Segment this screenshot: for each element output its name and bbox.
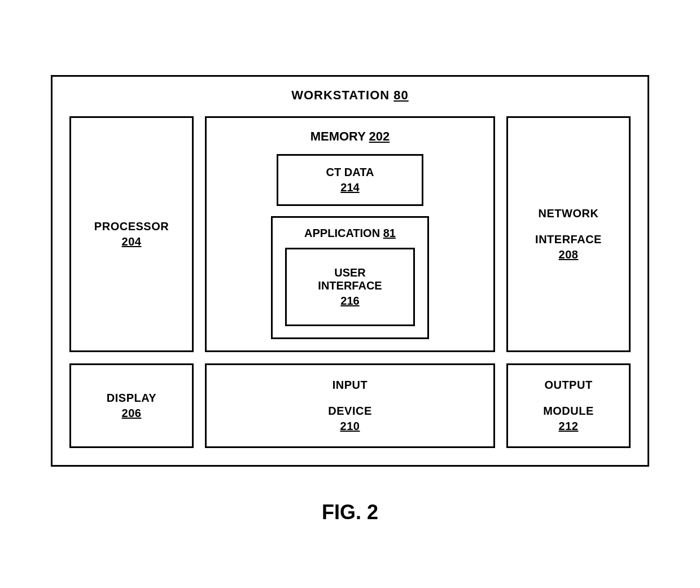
user-interface-box: USER INTERFACE 216 [285, 248, 415, 326]
processor-ref: 204 [122, 235, 142, 248]
network-line2: INTERFACE [535, 233, 602, 246]
output-module-box: OUTPUT MODULE 212 [506, 363, 631, 448]
workstation-box: WORKSTATION 80 PROCESSOR 204 MEMORY 202 … [51, 75, 649, 467]
input-ref: 210 [340, 420, 360, 433]
output-line1: OUTPUT [544, 379, 592, 392]
ct-data-label: CT DATA [326, 166, 374, 178]
output-ref: 212 [559, 420, 579, 433]
ct-data-box: CT DATA 214 [277, 154, 423, 206]
display-ref: 206 [122, 407, 142, 420]
application-title: APPLICATION [304, 227, 380, 239]
memory-box: MEMORY 202 CT DATA 214 APPLICATION 81 [205, 116, 495, 352]
application-box: APPLICATION 81 USER INTERFACE 216 [271, 216, 429, 339]
input-line2: DEVICE [328, 405, 371, 418]
memory-title: MEMORY [310, 129, 366, 143]
workstation-label: WORKSTATION 80 [69, 88, 631, 103]
network-interface-box: NETWORK INTERFACE 208 [506, 116, 631, 352]
display-box: DISPLAY 206 [69, 363, 194, 448]
bottom-row: DISPLAY 206 INPUT DEVICE 210 OUTPUT MODU… [69, 363, 631, 448]
figure-caption: FIG. 2 [322, 501, 378, 524]
network-ref: 208 [559, 248, 579, 261]
application-label: APPLICATION 81 [304, 227, 396, 240]
top-row: PROCESSOR 204 MEMORY 202 CT DATA 214 [69, 116, 631, 352]
input-line1: INPUT [333, 379, 368, 392]
output-line2: MODULE [543, 405, 594, 418]
display-label: DISPLAY [107, 392, 156, 405]
memory-ref: 202 [369, 129, 390, 143]
ui-ref: 216 [295, 295, 405, 308]
workstation-title: WORKSTATION [291, 88, 390, 102]
processor-box: PROCESSOR 204 [69, 116, 194, 352]
ui-line2: INTERFACE [318, 279, 382, 292]
diagram-area: WORKSTATION 80 PROCESSOR 204 MEMORY 202 … [40, 64, 660, 478]
input-device-box: INPUT DEVICE 210 [205, 363, 495, 448]
processor-label: PROCESSOR [94, 220, 169, 233]
ui-line1: USER [334, 266, 366, 279]
ct-data-ref: 214 [290, 181, 410, 194]
application-ref: 81 [383, 227, 396, 239]
page-container: WORKSTATION 80 PROCESSOR 204 MEMORY 202 … [0, 64, 700, 524]
network-line1: NETWORK [539, 207, 599, 220]
workstation-ref: 80 [393, 88, 408, 102]
memory-label: MEMORY 202 [310, 129, 390, 144]
